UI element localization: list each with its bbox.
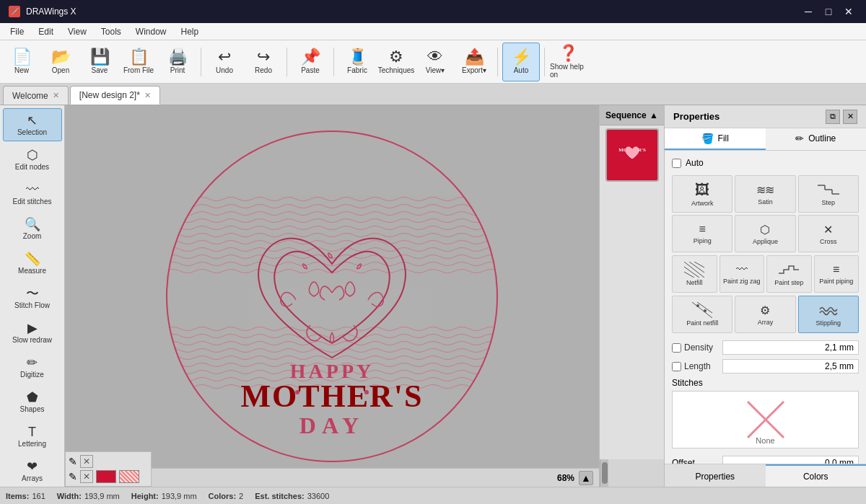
main-layout: ↖ Selection ⬡ Edit nodes 〰 Edit stitches… — [0, 105, 866, 487]
pencil-icon-1[interactable]: ✎ — [69, 471, 77, 482]
est-value: 33600 — [307, 492, 330, 500]
stitch-array-label: Array — [758, 319, 774, 326]
minimize-button[interactable]: ─ — [800, 4, 817, 19]
tool-digitize[interactable]: ✏ Digitize — [3, 350, 62, 384]
paste-icon: 📌 — [301, 49, 320, 65]
stitch-artwork[interactable]: 🖼 Artwork — [672, 175, 732, 213]
tool-zoom[interactable]: 🔍 Zoom — [3, 212, 62, 245]
toolbar-save-button[interactable]: 💾 Save — [81, 43, 118, 81]
tab-fill[interactable]: 🪣 Fill — [665, 128, 766, 150]
toolbar-separator-4 — [497, 48, 498, 76]
stitch-paint-zig-zag-label: Paint zig zag — [723, 278, 761, 285]
canvas-area[interactable]: HAPPY MOTHER'S DAY 68% ▲ — [65, 105, 664, 487]
items-value: 161 — [32, 492, 45, 500]
stitch-array[interactable]: ⚙ Array — [735, 296, 795, 333]
tool-stitch-flow[interactable]: 〜 Stitch Flow — [3, 281, 62, 314]
close-button[interactable]: ✕ — [840, 4, 857, 19]
status-width: Width: 193,9 mm — [57, 492, 120, 500]
stitch-applique[interactable]: ⬡ Applique — [735, 215, 795, 252]
stitch-netfill[interactable]: Netfill — [672, 255, 717, 293]
tool-arrays[interactable]: ❤ Arrays — [3, 454, 62, 487]
stitch-step[interactable]: Step — [798, 175, 859, 213]
colors-label: Colors: — [209, 492, 237, 500]
zoom-display: 68% — [557, 473, 574, 483]
toolbar-fabric-button[interactable]: 🧵 Fabric — [338, 43, 376, 81]
tab-new-design[interactable]: [New design 2]* ✕ — [70, 86, 160, 105]
menu-tools[interactable]: Tools — [94, 25, 128, 38]
stitch-stippling[interactable]: Stippling — [798, 296, 859, 333]
zoom-up-button[interactable]: ▲ — [579, 471, 593, 485]
left-toolbar: ↖ Selection ⬡ Edit nodes 〰 Edit stitches… — [0, 105, 65, 487]
toolbar-paste-button[interactable]: 📌 Paste — [292, 43, 329, 81]
pencil-icon-0[interactable]: ✎ — [69, 456, 77, 467]
app-icon: 🪡 — [9, 6, 20, 17]
toolbar-view-button[interactable]: 👁 View▾ — [416, 43, 454, 81]
stitch-paint-netfill[interactable]: Paint netfill — [672, 296, 732, 333]
stitch-paint-piping[interactable]: ≡ Paint piping — [814, 255, 860, 293]
items-label: Items: — [6, 492, 29, 500]
toolbar-help-button[interactable]: ❓ Show help on — [549, 43, 587, 81]
color-x-1[interactable]: ✕ — [80, 470, 93, 483]
auto-checkbox[interactable] — [672, 159, 681, 168]
toolbar-from-file-button[interactable]: 📋 From File — [120, 43, 157, 81]
toolbar-redo-button[interactable]: ↪ Redo — [245, 43, 282, 81]
stitch-cross[interactable]: ✕ Cross — [798, 215, 859, 252]
tool-measure[interactable]: 📏 Measure — [3, 247, 62, 280]
toolbar-undo-button[interactable]: ↩ Undo — [206, 43, 243, 81]
panel-restore-button[interactable]: ⧉ — [826, 110, 840, 124]
digitize-icon: ✏ — [27, 356, 38, 369]
bottom-tab-properties[interactable]: Properties — [665, 464, 766, 487]
sequence-expand-icon[interactable]: ▲ — [650, 110, 658, 120]
toolbar-open-button[interactable]: 📂 Open — [42, 43, 79, 81]
menu-file[interactable]: File — [3, 25, 31, 38]
maximize-button[interactable]: □ — [820, 4, 837, 19]
stitch-satin[interactable]: ≋≋ Satin — [735, 175, 795, 213]
tool-selection[interactable]: ↖ Selection — [3, 108, 62, 141]
color-pattern-pink[interactable] — [119, 470, 139, 483]
toolbar-export-button[interactable]: 📤 Export▾ — [455, 43, 493, 81]
toolbar-new-label: New — [14, 66, 29, 74]
panel-close-button[interactable]: ✕ — [843, 110, 857, 124]
menu-view[interactable]: View — [61, 25, 94, 38]
tab-welcome-label: Welcome — [12, 91, 48, 101]
menu-help[interactable]: Help — [174, 25, 206, 38]
svg-point-6 — [364, 390, 369, 394]
svg-point-5 — [295, 390, 299, 394]
canvas-inner[interactable]: HAPPY MOTHER'S DAY 68% ▲ — [65, 105, 599, 487]
tool-edit-nodes[interactable]: ⬡ Edit nodes — [3, 143, 62, 176]
measure-icon: 📏 — [25, 252, 40, 265]
techniques-icon: ⚙ — [389, 49, 403, 65]
auto-icon: ⚡ — [512, 49, 531, 65]
tool-stitch-flow-label: Stitch Flow — [14, 301, 50, 309]
menu-edit[interactable]: Edit — [31, 25, 61, 38]
tab-outline[interactable]: ✏ Outline — [766, 128, 867, 150]
color-row-0: ✎ ✕ — [69, 455, 148, 468]
stitch-paint-step[interactable]: Paint step — [766, 255, 812, 293]
density-checkbox[interactable] — [672, 343, 681, 353]
bottom-tab-colors[interactable]: Colors — [766, 464, 867, 487]
help-icon: ❓ — [559, 45, 578, 61]
menu-window[interactable]: Window — [128, 25, 174, 38]
toolbar-auto-button[interactable]: ⚡ Auto — [502, 43, 540, 81]
title-bar-left: 🪡 DRAWings X — [9, 6, 76, 17]
stitch-paint-zig-zag[interactable]: 〰 Paint zig zag — [720, 255, 765, 293]
tab-new-design-close[interactable]: ✕ — [144, 91, 151, 100]
toolbar-techniques-button[interactable]: ⚙ Techniques — [377, 43, 415, 81]
tool-shapes[interactable]: ⬟ Shapes — [3, 385, 62, 418]
length-checkbox[interactable] — [672, 362, 681, 371]
tab-welcome[interactable]: Welcome ✕ — [3, 86, 69, 105]
stitch-piping[interactable]: ≡ Piping — [672, 215, 732, 252]
toolbar-new-button[interactable]: 📄 New — [3, 43, 40, 81]
bottom-tab-properties-label: Properties — [695, 472, 735, 482]
tool-slow-redraw[interactable]: ▶ Slow redraw — [3, 316, 62, 349]
sequence-title: Sequence — [605, 110, 647, 120]
tab-welcome-close[interactable]: ✕ — [53, 91, 59, 100]
color-swatch-red[interactable] — [96, 470, 116, 483]
sequence-item-0[interactable]: MOTHER'S — [605, 128, 659, 182]
width-label: Width: — [57, 492, 82, 500]
tool-edit-stitches[interactable]: 〰 Edit stitches — [3, 177, 62, 211]
svg-line-19 — [692, 302, 712, 318]
toolbar-print-button[interactable]: 🖨️ Print — [159, 43, 196, 81]
tool-lettering[interactable]: T Lettering — [3, 420, 62, 453]
color-x-0[interactable]: ✕ — [80, 455, 93, 468]
